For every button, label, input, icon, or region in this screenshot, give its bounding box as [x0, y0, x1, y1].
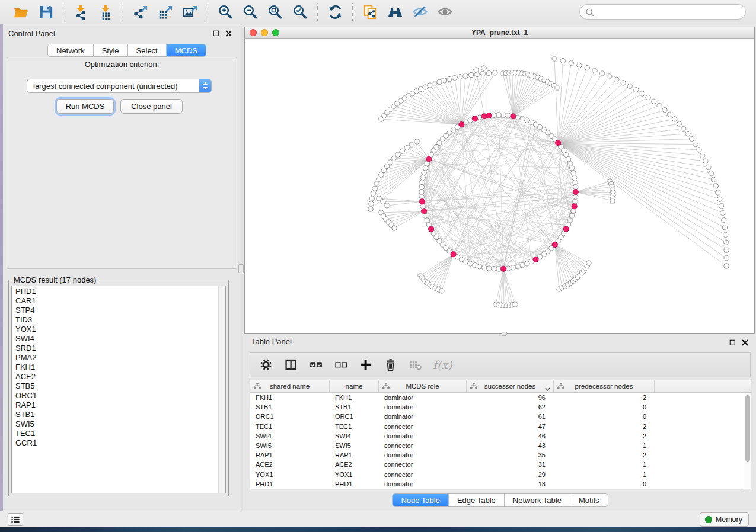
add-column-icon[interactable] — [357, 356, 375, 374]
zoom-selected-icon[interactable] — [290, 3, 310, 21]
show-all-icon[interactable] — [435, 3, 455, 21]
table-cell: 1 — [554, 461, 655, 468]
table-tab-network-table[interactable]: Network Table — [505, 494, 570, 506]
close-panel-button[interactable]: Close panel — [120, 99, 183, 114]
table-cell: 2 — [554, 394, 655, 401]
network-graph — [245, 39, 754, 333]
table-cell: 47 — [467, 423, 554, 430]
first-neighbors-icon[interactable] — [385, 3, 405, 21]
table-tab-edge-table[interactable]: Edge Table — [449, 494, 505, 506]
settings-icon[interactable] — [257, 356, 275, 374]
table-tab-motifs[interactable]: Motifs — [570, 494, 608, 506]
float-panel-icon[interactable] — [212, 30, 220, 37]
zoom-fit-icon[interactable] — [265, 3, 285, 21]
hide-selected-icon[interactable] — [410, 3, 430, 21]
mcds-result-item[interactable]: SRD1 — [12, 344, 218, 353]
mcds-result-item[interactable]: PMA2 — [12, 353, 218, 363]
mcds-result-item[interactable]: STP4 — [12, 306, 218, 315]
tab-select[interactable]: Select — [128, 44, 167, 56]
desktop-edge-bottom — [0, 527, 756, 532]
column-header-shared-name[interactable]: shared name — [250, 380, 330, 392]
table-cell: 1 — [554, 442, 655, 449]
table-scrollbar[interactable] — [744, 393, 751, 489]
column-header-predecessor-nodes[interactable]: predecessor nodes — [554, 380, 655, 392]
network-canvas[interactable] — [245, 39, 754, 333]
run-mcds-button[interactable]: Run MCDS — [56, 99, 114, 114]
mcds-result-item[interactable]: RAP1 — [12, 400, 218, 410]
select-all-icon[interactable] — [307, 356, 325, 374]
mcds-result-item[interactable]: SWI4 — [12, 334, 218, 344]
mcds-result-item[interactable]: ACE2 — [12, 372, 218, 382]
table-cell: 0 — [554, 403, 655, 411]
refresh-icon[interactable] — [325, 3, 345, 21]
table-cell: dominator — [379, 432, 467, 440]
search-input[interactable] — [597, 8, 745, 17]
table-row[interactable]: SWI4SWI4dominator462 — [250, 431, 744, 441]
vertical-splitter-handle[interactable] — [238, 264, 244, 273]
criterion-dropdown[interactable]: largest connected component (undirected) — [27, 79, 212, 93]
export-table-icon[interactable] — [155, 3, 176, 21]
import-table-icon[interactable] — [95, 3, 116, 21]
table-scrollbar-thumb[interactable] — [745, 395, 750, 462]
node-table[interactable]: FKH1FKH1dominator962STB1STB1dominator620… — [250, 393, 744, 489]
search-box[interactable] — [579, 4, 746, 20]
mcds-result-item[interactable]: GCR1 — [12, 438, 218, 448]
export-image-icon[interactable] — [180, 3, 200, 21]
mcds-result-item[interactable]: SWI5 — [12, 419, 218, 429]
mcds-result-item[interactable]: STB5 — [12, 382, 218, 391]
tab-mcds[interactable]: MCDS — [167, 44, 206, 56]
table-row[interactable]: ORC1ORC1dominator610 — [250, 412, 744, 421]
table-row[interactable]: STB1STB1dominator620 — [250, 402, 744, 412]
delete-table-icon[interactable] — [407, 356, 425, 374]
close-table-panel-icon[interactable] — [741, 339, 749, 347]
table-row[interactable]: ACE2ACE2connector311 — [250, 460, 744, 469]
tab-network[interactable]: Network — [48, 44, 94, 56]
import-network-icon[interactable] — [71, 3, 91, 21]
mcds-result-item[interactable]: TEC1 — [12, 429, 218, 438]
column-type-icon — [470, 383, 477, 390]
table-row[interactable]: SWI5SWI5connector431 — [250, 441, 744, 450]
deselect-all-icon[interactable] — [332, 356, 350, 374]
mcds-result-item[interactable]: FKH1 — [12, 363, 218, 372]
table-row[interactable]: PHD1PHD1dominator180 — [250, 479, 744, 489]
delete-column-icon[interactable] — [382, 356, 400, 374]
table-row[interactable]: FKH1FKH1dominator962 — [250, 393, 744, 402]
open-icon[interactable] — [11, 3, 31, 21]
table-row[interactable]: RAP1RAP1dominator352 — [250, 450, 744, 460]
table-cell: YOX1 — [330, 471, 379, 478]
table-row[interactable]: TEC1TEC1connector472 — [250, 422, 744, 431]
table-cell: STB1 — [250, 403, 330, 411]
column-header-name[interactable]: name — [330, 380, 379, 392]
mcds-result-item[interactable]: YOX1 — [12, 325, 218, 334]
mcds-result-list[interactable]: PHD1CAR1STP4TID3YOX1SWI4SRD1PMA2FKH1ACE2… — [11, 286, 226, 493]
mcds-result-item[interactable]: STB1 — [12, 410, 218, 419]
horizontal-splitter-handle[interactable] — [502, 332, 507, 336]
table-cell: STB1 — [330, 403, 379, 411]
table-cell: FKH1 — [330, 394, 379, 401]
function-builder-icon[interactable]: f(x) — [432, 358, 452, 371]
mcds-result-item[interactable]: PHD1 — [12, 287, 218, 296]
tab-style[interactable]: Style — [94, 44, 128, 56]
column-header-MCDS-role[interactable]: MCDS role — [379, 380, 467, 392]
table-cell: dominator — [379, 480, 467, 488]
export-network-icon[interactable] — [130, 3, 151, 21]
network-window-titlebar[interactable]: YPA_prune.txt_1 — [245, 27, 754, 39]
mcds-result-item[interactable]: TID3 — [12, 315, 218, 325]
search-icon — [585, 8, 594, 17]
float-table-panel-icon[interactable] — [729, 339, 736, 347]
columns-icon[interactable] — [282, 356, 300, 374]
show-panels-button[interactable] — [8, 513, 23, 526]
mcds-list-scrollbar[interactable] — [218, 286, 225, 493]
table-tab-node-table[interactable]: Node Table — [393, 494, 449, 506]
table-row[interactable]: YOX1YOX1connector291 — [250, 470, 744, 479]
close-panel-icon[interactable] — [225, 30, 232, 37]
mcds-result-item[interactable]: ORC1 — [12, 391, 218, 400]
memory-button[interactable]: Memory — [700, 512, 749, 527]
mcds-result-item[interactable]: CAR1 — [12, 296, 218, 306]
zoom-out-icon[interactable] — [240, 3, 260, 21]
save-icon[interactable] — [36, 3, 56, 21]
duplicate-network-icon[interactable] — [360, 3, 380, 21]
zoom-in-icon[interactable] — [215, 3, 235, 21]
column-header-successor-nodes[interactable]: successor nodes — [467, 380, 554, 392]
table-cell: dominator — [379, 413, 467, 420]
